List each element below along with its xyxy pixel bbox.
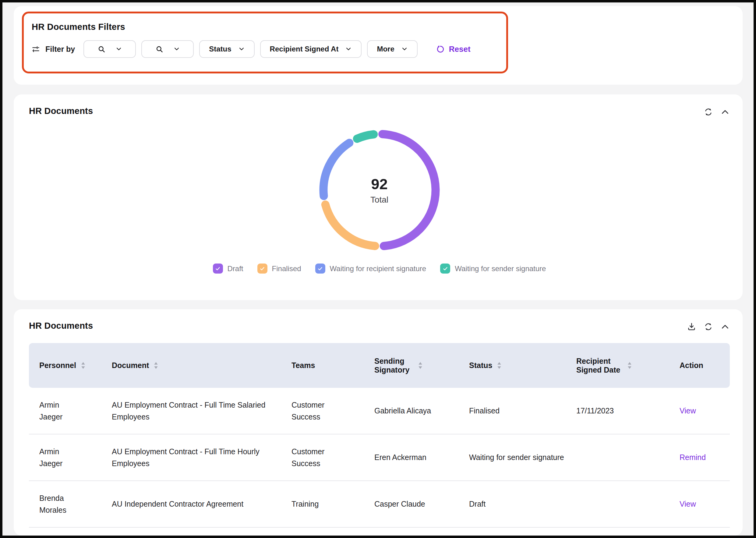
table-card-title: HR Documents xyxy=(29,321,93,331)
table-row: Armin Jaeger AU Employment Contract - Fu… xyxy=(29,388,730,434)
legend-item-waiting-recipient[interactable]: Waiting for recipient signature xyxy=(315,263,427,274)
sort-icon xyxy=(154,362,158,369)
donut-segment-waiting-for-sender-signature[interactable] xyxy=(357,134,374,138)
sliders-icon xyxy=(32,45,40,53)
table-row: Brenda Morales AU Independent Contractor… xyxy=(29,481,730,528)
refresh-icon xyxy=(704,322,713,332)
filter-dropdown-search-2[interactable] xyxy=(141,40,194,58)
chevron-down-icon xyxy=(238,46,245,52)
table-header-row: Personnel Document Teams Sending Signato… xyxy=(29,343,730,388)
cell-sending-signatory: Eren Ackerman xyxy=(374,452,469,463)
cell-sending-signatory: Casper Claude xyxy=(374,498,469,510)
status-filter-button[interactable]: Status xyxy=(199,40,254,58)
table-row: Armin Jaeger AU Employment Contract - Fu… xyxy=(29,434,730,481)
recipient-signed-at-filter-button[interactable]: Recipient Signed At xyxy=(260,40,362,58)
legend-label: Finalised xyxy=(272,264,301,273)
filters-card-title: HR Documents Filters xyxy=(32,22,506,32)
chevron-down-icon xyxy=(401,46,408,52)
donut-segment-finalised[interactable] xyxy=(325,205,375,246)
cell-document: AU Employment Contract - Full Time Hourl… xyxy=(112,446,291,469)
sort-icon xyxy=(497,362,501,369)
collapse-button[interactable] xyxy=(720,322,730,332)
cell-personnel: Armin Jaeger xyxy=(29,446,88,469)
recipient-signed-at-filter-label: Recipient Signed At xyxy=(270,45,339,53)
cell-teams: Customer Success xyxy=(291,399,340,423)
legend-item-waiting-sender[interactable]: Waiting for sender signature xyxy=(440,263,546,274)
cell-document: AU Employment Contract - Full Time Salar… xyxy=(112,399,291,423)
cell-status: Draft xyxy=(469,498,576,510)
chevron-down-icon xyxy=(116,46,122,52)
cell-recipient-signed-date: 17/11/2023 xyxy=(576,405,680,417)
reset-icon xyxy=(436,45,445,54)
cell-document: AU Independent Contractor Agreement xyxy=(112,498,291,510)
donut-segment-draft[interactable] xyxy=(382,134,435,246)
checked-checkbox-icon xyxy=(440,263,450,274)
filters-row: Filter by xyxy=(32,40,506,58)
filters-highlight-box: HR Documents Filters Filter by xyxy=(22,12,508,74)
table-card: HR Documents xyxy=(14,309,743,536)
chevron-up-icon xyxy=(720,322,730,332)
chevron-up-icon xyxy=(720,107,730,117)
search-icon xyxy=(155,45,164,53)
cell-personnel: Armin Jaeger xyxy=(29,399,88,423)
reset-label: Reset xyxy=(449,44,471,54)
app-frame: HR Documents Filters Filter by xyxy=(0,0,756,538)
refresh-button[interactable] xyxy=(704,322,713,332)
collapse-button[interactable] xyxy=(720,107,730,117)
remind-link[interactable]: Remind xyxy=(680,453,706,461)
status-filter-label: Status xyxy=(209,45,231,53)
download-button[interactable] xyxy=(687,322,696,332)
column-header-teams: Teams xyxy=(291,361,374,370)
refresh-button[interactable] xyxy=(704,107,713,117)
more-filter-label: More xyxy=(377,45,394,53)
sort-icon xyxy=(81,362,85,369)
chart-card-title: HR Documents xyxy=(29,106,93,116)
page-background: HR Documents Filters Filter by xyxy=(2,2,754,536)
cell-personnel: Brenda Morales xyxy=(29,492,88,516)
donut-segment-waiting-for-recipient-signature[interactable] xyxy=(324,143,349,196)
refresh-icon xyxy=(704,107,713,117)
chevron-down-icon xyxy=(173,46,180,52)
chart-card-actions xyxy=(704,107,730,117)
legend-label: Waiting for recipient signature xyxy=(330,264,427,273)
cell-status: Waiting for sender signature xyxy=(469,452,576,463)
checked-checkbox-icon xyxy=(213,263,223,274)
column-header-recipient-signed-date[interactable]: Recipient Signed Date xyxy=(576,357,680,374)
download-icon xyxy=(687,322,696,332)
column-header-sending-signatory[interactable]: Sending Signatory xyxy=(374,357,469,374)
chart-legend: Draft Finalised Waiting for recipient si… xyxy=(29,263,730,274)
reset-button[interactable]: Reset xyxy=(436,44,471,54)
view-link[interactable]: View xyxy=(680,500,696,508)
column-header-status[interactable]: Status xyxy=(469,361,576,370)
legend-label: Waiting for sender signature xyxy=(455,264,546,273)
checked-checkbox-icon xyxy=(257,263,268,274)
legend-item-finalised[interactable]: Finalised xyxy=(257,263,301,274)
chart-card-header: HR Documents xyxy=(29,106,730,117)
legend-label: Draft xyxy=(227,264,243,273)
sort-icon xyxy=(418,362,423,369)
table-card-header: HR Documents xyxy=(29,321,730,332)
cell-status: Finalised xyxy=(469,405,576,417)
filter-by-label: Filter by xyxy=(45,45,75,54)
donut-chart: 92 Total xyxy=(314,125,445,256)
sort-icon xyxy=(628,362,632,369)
checked-checkbox-icon xyxy=(315,263,325,274)
filters-card: HR Documents Filters Filter by xyxy=(14,6,743,85)
legend-item-draft[interactable]: Draft xyxy=(213,263,243,274)
donut-svg xyxy=(314,125,445,256)
filter-dropdown-search-1[interactable] xyxy=(83,40,136,58)
chevron-down-icon xyxy=(345,46,352,52)
chart-card: HR Documents xyxy=(14,94,743,300)
more-filter-button[interactable]: More xyxy=(367,40,417,58)
view-link[interactable]: View xyxy=(680,406,696,415)
table-card-actions xyxy=(687,322,730,332)
column-header-personnel[interactable]: Personnel xyxy=(29,361,112,370)
cell-teams: Training xyxy=(291,498,340,510)
column-header-action: Action xyxy=(680,361,731,370)
table-body: Armin Jaeger AU Employment Contract - Fu… xyxy=(29,388,730,528)
search-icon xyxy=(97,45,106,53)
cell-teams: Customer Success xyxy=(291,446,340,469)
cell-sending-signatory: Gabriella Alicaya xyxy=(374,405,469,417)
column-header-document[interactable]: Document xyxy=(112,361,291,370)
